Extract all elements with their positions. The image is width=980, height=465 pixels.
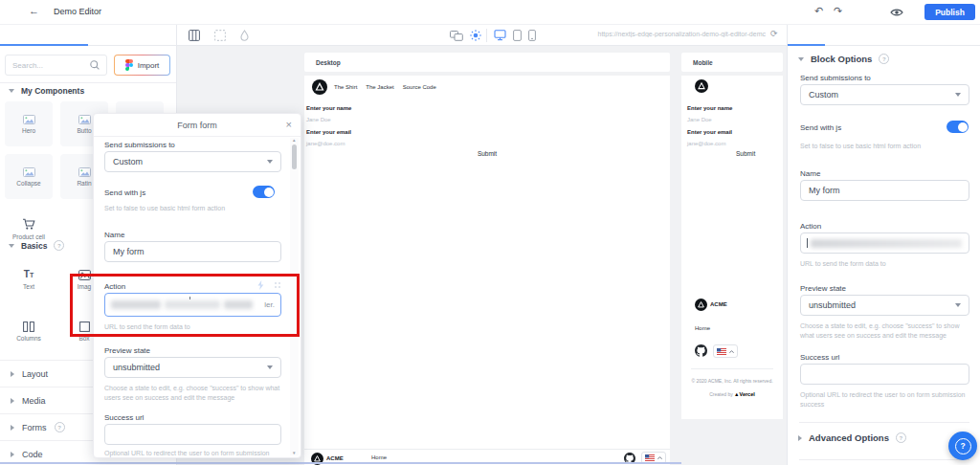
- form-email-input[interactable]: jane@doe.com: [687, 141, 725, 146]
- nav-link[interactable]: The Shirt: [334, 84, 357, 90]
- divider: [0, 82, 176, 83]
- form-name-input[interactable]: Jane Doe: [306, 117, 331, 122]
- action-input[interactable]: [800, 232, 969, 254]
- undo-icon[interactable]: ↶: [814, 5, 823, 17]
- success-url-input[interactable]: [800, 364, 969, 385]
- footer-brand: ACME: [710, 301, 727, 307]
- acme-logo[interactable]: [312, 79, 327, 95]
- chevron-down-icon: [9, 244, 14, 248]
- desktop-frame-label[interactable]: Desktop: [304, 53, 670, 72]
- tablet-device-icon[interactable]: [513, 30, 522, 41]
- annotation-highlight-box: [70, 274, 300, 337]
- component-cell-collapse[interactable]: Collapse: [5, 154, 53, 199]
- form-email-input[interactable]: jane@doe.com: [306, 141, 345, 146]
- desktop-page[interactable]: The Shirt The Jacket Source Code Enter y…: [304, 76, 670, 465]
- preview-eye-icon[interactable]: [890, 8, 903, 17]
- footer-divider: [691, 368, 773, 369]
- info-icon[interactable]: ?: [896, 432, 906, 443]
- publish-button[interactable]: Publish: [924, 4, 975, 20]
- responsive-mode-icon[interactable]: [450, 31, 463, 41]
- send-to-select[interactable]: Custom: [800, 84, 969, 105]
- columns-tool-icon[interactable]: [189, 30, 200, 41]
- flame-tool-icon[interactable]: [239, 30, 250, 41]
- borders-tool-icon[interactable]: [214, 30, 226, 41]
- preview-url[interactable]: https://nextjs-edge-personalization-demo…: [536, 31, 766, 37]
- us-flag-icon: [717, 348, 726, 355]
- acme-logo[interactable]: [695, 299, 707, 311]
- us-flag-icon: [645, 454, 655, 461]
- scroll-down-icon[interactable]: ▼: [292, 451, 296, 455]
- name-input[interactable]: My form: [104, 241, 281, 262]
- image-icon: [23, 115, 35, 124]
- redo-icon[interactable]: ↷: [834, 5, 842, 17]
- refresh-icon[interactable]: ⟳: [770, 29, 778, 38]
- info-icon[interactable]: ?: [879, 54, 889, 64]
- modal-header: Form form ×: [94, 114, 301, 137]
- chevron-down-icon: [955, 93, 961, 97]
- language-selector[interactable]: [713, 344, 738, 358]
- basics-cell-columns[interactable]: Columns: [5, 309, 53, 354]
- info-icon[interactable]: ?: [55, 422, 65, 432]
- footer-home-link[interactable]: Home: [371, 454, 387, 460]
- form-name-label: Enter your name: [687, 105, 732, 111]
- vercel-logo[interactable]: ▲Vercel: [734, 391, 755, 397]
- form-submit-button[interactable]: Submit: [304, 150, 670, 157]
- send-js-toggle[interactable]: [253, 186, 275, 198]
- send-js-toggle[interactable]: [947, 121, 969, 133]
- basics-cell-text[interactable]: TT Text: [5, 257, 53, 302]
- image-icon: [78, 167, 91, 177]
- action-help: URL to send the form data to: [800, 259, 972, 269]
- nav-link[interactable]: Source Code: [403, 84, 436, 90]
- preview-state-select[interactable]: unsubmitted: [800, 295, 969, 316]
- divider: [799, 422, 969, 423]
- preview-state-label: Preview state: [104, 346, 150, 355]
- preview-state-select[interactable]: unsubmitted: [104, 357, 281, 378]
- mobile-frame-label[interactable]: Mobile: [681, 53, 783, 72]
- scroll-up-icon[interactable]: ▲: [292, 138, 296, 143]
- footer-home-link[interactable]: Home: [695, 325, 710, 331]
- page-title: Demo Editor: [54, 7, 101, 16]
- footer-created-by: Created by ▲Vercel: [681, 391, 783, 397]
- preview-state-help: Choose a state to edit, e.g. choose "suc…: [104, 384, 288, 403]
- form-name-input[interactable]: Jane Doe: [687, 117, 712, 122]
- demo-editor-app: ← Demo Editor ↶ ↷ Publish: [0, 0, 980, 465]
- github-icon[interactable]: [695, 344, 707, 357]
- name-input[interactable]: My form: [800, 180, 969, 201]
- nav-link[interactable]: The Jacket: [366, 84, 393, 90]
- viewport-bottom-line: [0, 462, 681, 464]
- name-label: Name: [800, 169, 820, 178]
- help-button[interactable]: ?: [948, 432, 977, 460]
- device-separator: [486, 29, 487, 42]
- topbar: ← Demo Editor ↶ ↷ Publish: [0, 0, 980, 25]
- text-cursor: [807, 238, 808, 248]
- back-arrow-icon[interactable]: ←: [29, 5, 39, 16]
- success-url-help: Optional URL to redirect the user to on …: [800, 390, 970, 410]
- import-button[interactable]: Import: [114, 55, 170, 76]
- section-my-components[interactable]: My Components: [9, 86, 84, 96]
- close-icon[interactable]: ×: [286, 119, 292, 130]
- search-placeholder: Search...: [12, 61, 43, 70]
- section-basics[interactable]: Basics ?: [9, 240, 64, 251]
- component-cell-hero[interactable]: Hero: [5, 101, 53, 146]
- info-icon[interactable]: ?: [54, 240, 64, 251]
- preview-state-label: Preview state: [800, 284, 846, 293]
- action-label: Action: [800, 222, 821, 231]
- search-input[interactable]: Search...: [5, 55, 107, 76]
- mobile-page[interactable]: Enter your name Jane Doe Enter your emai…: [681, 76, 783, 419]
- success-url-input[interactable]: [104, 424, 281, 445]
- brightness-icon[interactable]: [470, 30, 481, 41]
- desktop-device-icon[interactable]: [494, 30, 506, 41]
- acme-logo[interactable]: [695, 79, 708, 93]
- form-submit-button[interactable]: Submit: [736, 150, 755, 157]
- scrollbar-thumb[interactable]: [292, 144, 297, 169]
- advanced-options-header[interactable]: Advanced Options ?: [798, 432, 906, 443]
- figma-icon: [125, 59, 133, 71]
- phone-device-icon[interactable]: [528, 30, 536, 41]
- send-to-select[interactable]: Custom: [104, 151, 281, 172]
- subbar: https://nextjs-edge-personalization-demo…: [0, 25, 980, 46]
- chevron-up-icon: [657, 456, 662, 459]
- block-options-header[interactable]: Block Options ?: [798, 54, 889, 64]
- send-js-help: Set to false to use basic html form acti…: [800, 142, 972, 151]
- right-panel: Block Options ? Send submissions to Cust…: [788, 46, 980, 465]
- send-js-label: Send with js: [800, 123, 841, 132]
